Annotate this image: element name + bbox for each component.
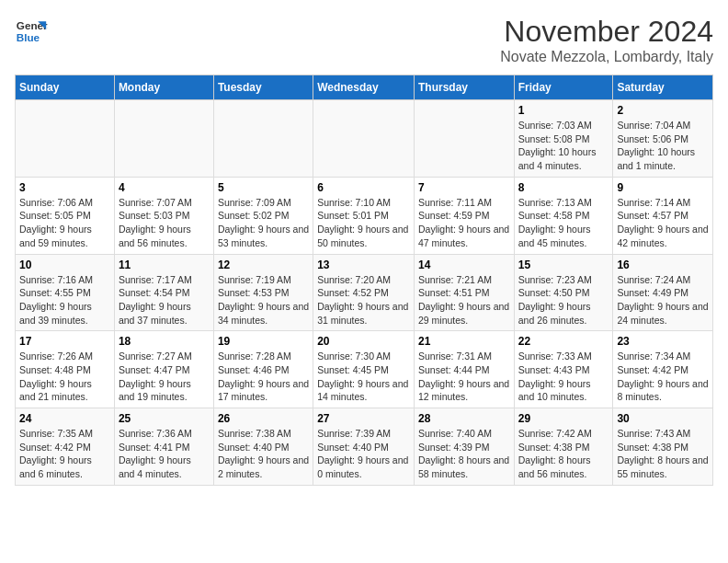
day-info: Sunrise: 7:34 AM Sunset: 4:42 PM Dayligh… xyxy=(617,350,709,404)
calendar-cell xyxy=(16,100,115,178)
logo: General Blue xyxy=(15,15,48,48)
calendar-cell: 4Sunrise: 7:07 AM Sunset: 5:03 PM Daylig… xyxy=(114,177,213,254)
weekday-header-saturday: Saturday xyxy=(613,75,713,100)
calendar-cell: 10Sunrise: 7:16 AM Sunset: 4:55 PM Dayli… xyxy=(16,254,115,331)
day-info: Sunrise: 7:26 AM Sunset: 4:48 PM Dayligh… xyxy=(19,350,110,404)
day-info: Sunrise: 7:14 AM Sunset: 4:57 PM Dayligh… xyxy=(617,196,709,250)
calendar-cell: 25Sunrise: 7:36 AM Sunset: 4:41 PM Dayli… xyxy=(114,408,213,486)
calendar-cell: 27Sunrise: 7:39 AM Sunset: 4:40 PM Dayli… xyxy=(313,408,415,486)
day-info: Sunrise: 7:28 AM Sunset: 4:46 PM Dayligh… xyxy=(218,350,309,404)
calendar-cell: 13Sunrise: 7:20 AM Sunset: 4:52 PM Dayli… xyxy=(313,254,415,331)
calendar-cell: 29Sunrise: 7:42 AM Sunset: 4:38 PM Dayli… xyxy=(514,408,613,486)
week-row-1: 1Sunrise: 7:03 AM Sunset: 5:08 PM Daylig… xyxy=(16,100,713,178)
calendar-header: SundayMondayTuesdayWednesdayThursdayFrid… xyxy=(16,75,713,100)
day-info: Sunrise: 7:43 AM Sunset: 4:38 PM Dayligh… xyxy=(617,427,709,481)
calendar-cell xyxy=(313,100,415,178)
day-info: Sunrise: 7:19 AM Sunset: 4:53 PM Dayligh… xyxy=(218,273,309,327)
day-info: Sunrise: 7:33 AM Sunset: 4:43 PM Dayligh… xyxy=(518,350,609,404)
calendar-cell: 26Sunrise: 7:38 AM Sunset: 4:40 PM Dayli… xyxy=(213,408,313,486)
day-number: 6 xyxy=(317,181,410,194)
calendar-cell: 18Sunrise: 7:27 AM Sunset: 4:47 PM Dayli… xyxy=(114,331,213,408)
day-info: Sunrise: 7:04 AM Sunset: 5:06 PM Dayligh… xyxy=(617,119,709,173)
day-number: 21 xyxy=(418,335,510,348)
day-info: Sunrise: 7:10 AM Sunset: 5:01 PM Dayligh… xyxy=(317,196,410,250)
day-number: 30 xyxy=(617,412,709,425)
calendar-cell: 15Sunrise: 7:23 AM Sunset: 4:50 PM Dayli… xyxy=(514,254,613,331)
day-number: 28 xyxy=(418,412,510,425)
day-info: Sunrise: 7:42 AM Sunset: 4:38 PM Dayligh… xyxy=(518,427,609,481)
day-info: Sunrise: 7:40 AM Sunset: 4:39 PM Dayligh… xyxy=(418,427,510,481)
day-info: Sunrise: 7:39 AM Sunset: 4:40 PM Dayligh… xyxy=(317,427,410,481)
day-number: 16 xyxy=(617,259,709,271)
weekday-header-sunday: Sunday xyxy=(16,75,115,100)
weekday-header-tuesday: Tuesday xyxy=(213,75,313,100)
day-info: Sunrise: 7:23 AM Sunset: 4:50 PM Dayligh… xyxy=(518,273,609,327)
calendar-cell: 14Sunrise: 7:21 AM Sunset: 4:51 PM Dayli… xyxy=(414,254,514,331)
calendar-cell: 6Sunrise: 7:10 AM Sunset: 5:01 PM Daylig… xyxy=(313,177,415,254)
logo-icon: General Blue xyxy=(15,15,48,48)
day-number: 5 xyxy=(218,181,309,194)
day-number: 8 xyxy=(518,181,609,194)
title-area: November 2024 Novate Mezzola, Lombardy, … xyxy=(500,15,713,65)
day-number: 20 xyxy=(317,335,410,348)
day-info: Sunrise: 7:27 AM Sunset: 4:47 PM Dayligh… xyxy=(119,350,210,404)
calendar-body: 1Sunrise: 7:03 AM Sunset: 5:08 PM Daylig… xyxy=(16,100,713,486)
day-number: 15 xyxy=(518,259,609,271)
day-number: 2 xyxy=(617,104,709,117)
calendar-cell: 3Sunrise: 7:06 AM Sunset: 5:05 PM Daylig… xyxy=(16,177,115,254)
day-number: 22 xyxy=(518,335,609,348)
day-number: 11 xyxy=(119,259,210,271)
day-number: 27 xyxy=(317,412,410,425)
day-info: Sunrise: 7:21 AM Sunset: 4:51 PM Dayligh… xyxy=(418,273,510,327)
calendar-cell: 16Sunrise: 7:24 AM Sunset: 4:49 PM Dayli… xyxy=(613,254,713,331)
calendar-cell xyxy=(414,100,514,178)
calendar-cell: 19Sunrise: 7:28 AM Sunset: 4:46 PM Dayli… xyxy=(213,331,313,408)
svg-text:Blue: Blue xyxy=(17,31,40,43)
day-number: 17 xyxy=(19,335,110,348)
day-info: Sunrise: 7:38 AM Sunset: 4:40 PM Dayligh… xyxy=(218,427,309,481)
day-info: Sunrise: 7:35 AM Sunset: 4:42 PM Dayligh… xyxy=(19,427,110,481)
calendar-cell: 24Sunrise: 7:35 AM Sunset: 4:42 PM Dayli… xyxy=(16,408,115,486)
day-number: 25 xyxy=(119,412,210,425)
calendar-cell: 1Sunrise: 7:03 AM Sunset: 5:08 PM Daylig… xyxy=(514,100,613,178)
calendar-cell: 20Sunrise: 7:30 AM Sunset: 4:45 PM Dayli… xyxy=(313,331,415,408)
week-row-4: 17Sunrise: 7:26 AM Sunset: 4:48 PM Dayli… xyxy=(16,331,713,408)
calendar-cell: 21Sunrise: 7:31 AM Sunset: 4:44 PM Dayli… xyxy=(414,331,514,408)
day-number: 9 xyxy=(617,181,709,194)
calendar-cell: 30Sunrise: 7:43 AM Sunset: 4:38 PM Dayli… xyxy=(613,408,713,486)
month-title: November 2024 xyxy=(500,15,713,49)
day-number: 10 xyxy=(19,259,110,271)
day-info: Sunrise: 7:16 AM Sunset: 4:55 PM Dayligh… xyxy=(19,273,110,327)
day-info: Sunrise: 7:07 AM Sunset: 5:03 PM Dayligh… xyxy=(119,196,210,250)
weekday-header-wednesday: Wednesday xyxy=(313,75,415,100)
day-number: 7 xyxy=(418,181,510,194)
header: General Blue November 2024 Novate Mezzol… xyxy=(15,15,713,65)
day-info: Sunrise: 7:17 AM Sunset: 4:54 PM Dayligh… xyxy=(119,273,210,327)
day-info: Sunrise: 7:31 AM Sunset: 4:44 PM Dayligh… xyxy=(418,350,510,404)
day-number: 24 xyxy=(19,412,110,425)
calendar-cell: 22Sunrise: 7:33 AM Sunset: 4:43 PM Dayli… xyxy=(514,331,613,408)
calendar-cell: 8Sunrise: 7:13 AM Sunset: 4:58 PM Daylig… xyxy=(514,177,613,254)
calendar-cell: 17Sunrise: 7:26 AM Sunset: 4:48 PM Dayli… xyxy=(16,331,115,408)
calendar-cell: 23Sunrise: 7:34 AM Sunset: 4:42 PM Dayli… xyxy=(613,331,713,408)
day-info: Sunrise: 7:06 AM Sunset: 5:05 PM Dayligh… xyxy=(19,196,110,250)
calendar-cell: 5Sunrise: 7:09 AM Sunset: 5:02 PM Daylig… xyxy=(213,177,313,254)
weekday-header-monday: Monday xyxy=(114,75,213,100)
location-title: Novate Mezzola, Lombardy, Italy xyxy=(500,49,713,65)
day-info: Sunrise: 7:30 AM Sunset: 4:45 PM Dayligh… xyxy=(317,350,410,404)
day-info: Sunrise: 7:13 AM Sunset: 4:58 PM Dayligh… xyxy=(518,196,609,250)
day-number: 3 xyxy=(19,181,110,194)
calendar-cell: 12Sunrise: 7:19 AM Sunset: 4:53 PM Dayli… xyxy=(213,254,313,331)
day-number: 19 xyxy=(218,335,309,348)
day-info: Sunrise: 7:09 AM Sunset: 5:02 PM Dayligh… xyxy=(218,196,309,250)
day-number: 29 xyxy=(518,412,609,425)
day-info: Sunrise: 7:03 AM Sunset: 5:08 PM Dayligh… xyxy=(518,119,609,173)
calendar-cell: 2Sunrise: 7:04 AM Sunset: 5:06 PM Daylig… xyxy=(613,100,713,178)
day-number: 13 xyxy=(317,259,410,271)
calendar-cell: 7Sunrise: 7:11 AM Sunset: 4:59 PM Daylig… xyxy=(414,177,514,254)
day-number: 1 xyxy=(518,104,609,117)
day-number: 18 xyxy=(119,335,210,348)
day-info: Sunrise: 7:24 AM Sunset: 4:49 PM Dayligh… xyxy=(617,273,709,327)
day-info: Sunrise: 7:11 AM Sunset: 4:59 PM Dayligh… xyxy=(418,196,510,250)
day-number: 26 xyxy=(218,412,309,425)
